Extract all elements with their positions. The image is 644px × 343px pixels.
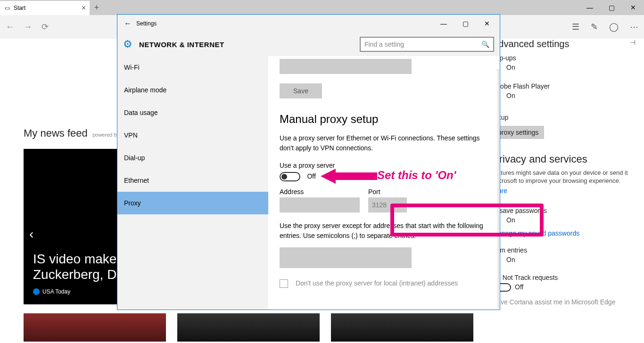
dnt-label: Do Not Track requests — [492, 274, 636, 281]
edge-close-button[interactable]: ✕ — [622, 0, 644, 15]
popups-value: On — [506, 64, 636, 71]
sidebar-item-proxy[interactable]: Proxy — [117, 192, 268, 214]
news-source: USA Today — [42, 288, 70, 295]
privacy-heading: Privacy and services — [492, 153, 636, 165]
pin-icon[interactable]: ⊣ — [630, 39, 636, 46]
sidebar-item-vpn[interactable]: VPN — [117, 124, 268, 147]
dnt-value: Off — [515, 283, 523, 291]
forward-icon[interactable]: → — [24, 22, 32, 32]
back-icon[interactable]: ← — [6, 22, 14, 32]
form-label: form entries — [492, 246, 636, 254]
note-icon[interactable]: ✎ — [591, 22, 598, 32]
share-icon[interactable]: ◯ — [609, 22, 619, 32]
sidebar-item-ethernet[interactable]: Ethernet — [117, 169, 268, 192]
annotation-highlight — [390, 204, 544, 237]
manual-proxy-desc: Use a proxy server for Ethernet or Wi-Fi… — [280, 133, 488, 153]
settings-close-button[interactable]: ✕ — [476, 16, 498, 31]
address-input[interactable] — [280, 197, 360, 212]
news-thumb[interactable] — [177, 313, 320, 342]
more-icon[interactable]: ⋯ — [630, 22, 638, 32]
chevron-left-icon[interactable]: ‹ — [29, 227, 33, 242]
gear-icon: ⚙ — [123, 38, 132, 50]
cortana-label: Have Cortana assist me in Microsoft Edge — [492, 298, 636, 306]
use-proxy-toggle[interactable] — [280, 172, 300, 181]
privacy-desc: features might save data on your device … — [492, 169, 636, 185]
save-script-button[interactable]: Save — [280, 83, 322, 98]
address-label: Address — [280, 188, 360, 196]
manual-proxy-heading: Manual proxy setup — [280, 113, 488, 126]
script-address-input[interactable] — [280, 59, 412, 74]
edge-minimize-button[interactable]: — — [579, 0, 601, 15]
exceptions-input[interactable] — [280, 247, 412, 268]
scrollbar[interactable] — [497, 70, 499, 309]
local-label: Don't use the proxy server for local (in… — [296, 279, 458, 287]
toggle-state: Off — [307, 172, 315, 180]
settings-window: ← Settings — ▢ ✕ ⚙ NETWORK & INTERNET Fi… — [117, 14, 500, 310]
search-placeholder: Find a setting — [364, 41, 404, 48]
tab-title: Start — [14, 5, 25, 11]
flash-value: On — [506, 92, 636, 99]
sidebar-item-datausage[interactable]: Data usage — [117, 101, 268, 124]
settings-back-button[interactable]: ← — [119, 19, 136, 28]
window-title: Settings — [136, 20, 157, 27]
new-tab-button[interactable]: + — [90, 3, 104, 13]
settings-content: Save Manual proxy setup Use a proxy serv… — [268, 56, 500, 310]
port-label: Port — [368, 188, 407, 196]
tab-close-icon[interactable]: × — [82, 4, 86, 12]
search-icon: 🔍 — [481, 41, 489, 48]
reading-view-icon[interactable]: ☰ — [572, 22, 579, 32]
local-checkbox[interactable] — [280, 279, 288, 288]
edge-maximize-button[interactable]: ▢ — [601, 0, 622, 15]
refresh-icon[interactable]: ⟳ — [41, 22, 49, 32]
setup-label: setup — [492, 114, 636, 121]
use-proxy-label: Use a proxy server — [280, 162, 488, 169]
category-title: NETWORK & INTERNET — [139, 41, 224, 49]
news-thumb[interactable] — [331, 313, 473, 342]
news-feed-title: My news feed — [24, 127, 88, 139]
source-logo-icon — [33, 288, 40, 295]
form-value: On — [506, 256, 636, 263]
settings-minimize-button[interactable]: — — [433, 16, 454, 31]
settings-sidebar: Wi-Fi Airplane mode Data usage VPN Dial-… — [117, 56, 268, 310]
popups-label: pop-ups — [492, 54, 636, 62]
flash-label: Adobe Flash Player — [492, 82, 636, 90]
sidebar-item-wifi[interactable]: Wi-Fi — [117, 56, 268, 79]
sidebar-item-dialup[interactable]: Dial-up — [117, 147, 268, 169]
sidebar-item-airplane[interactable]: Airplane mode — [117, 79, 268, 101]
browser-tab[interactable]: ▭ Start × — [0, 1, 90, 15]
search-input[interactable]: Find a setting 🔍 — [360, 37, 494, 52]
page-icon: ▭ — [5, 5, 10, 11]
news-thumb[interactable] — [24, 313, 166, 342]
adv-settings-title: Advanced settings — [492, 39, 569, 49]
settings-maximize-button[interactable]: ▢ — [454, 16, 476, 31]
